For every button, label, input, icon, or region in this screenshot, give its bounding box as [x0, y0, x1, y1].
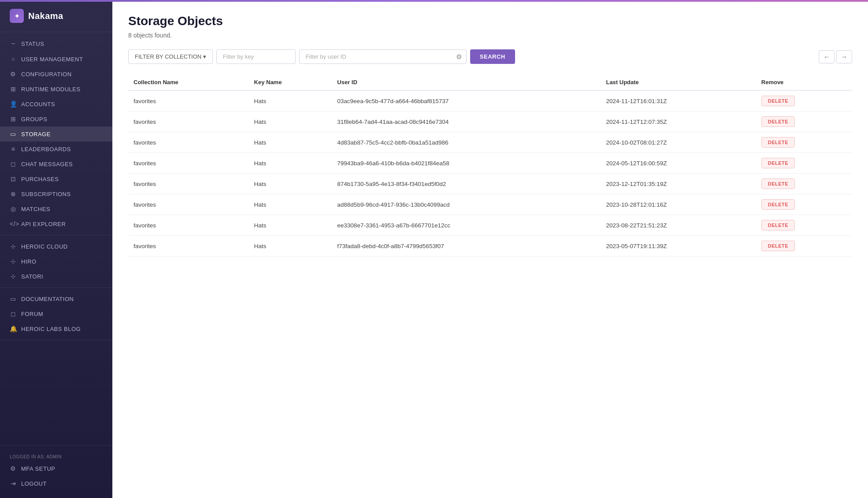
sidebar-item-accounts[interactable]: 👤 ACCOUNTS: [0, 97, 112, 111]
forum-icon: ◻: [10, 310, 17, 317]
cell-delete-7: DELETE: [756, 236, 852, 256]
sidebar-item-label: GROUPS: [21, 116, 47, 123]
cell-collection-6: favorites: [128, 215, 249, 236]
delete-button-1[interactable]: DELETE: [761, 116, 795, 127]
sidebar-item-purchases[interactable]: ⊡ PURCHASES: [0, 171, 112, 186]
sidebar-item-subscriptions[interactable]: ⊗ SUBSCRIPTIONS: [0, 186, 112, 201]
table-row: favorites Hats 03ac9eea-9c5b-477d-a664-4…: [128, 90, 852, 111]
sidebar-item-label: STATUS: [21, 41, 44, 47]
sidebar-item-logout[interactable]: ⇥ LOGOUT: [0, 476, 112, 491]
pagination-controls: ← →: [819, 50, 852, 63]
sidebar-item-heroic-cloud[interactable]: ⊹ HEROIC CLOUD: [0, 239, 112, 254]
sidebar-item-chat-messages[interactable]: ◻ CHAT MESSAGES: [0, 156, 112, 171]
sidebar-item-configuration[interactable]: ⚙ CONFIGURATION: [0, 67, 112, 82]
sidebar-item-label: STORAGE: [21, 131, 51, 138]
docs-icon: ▭: [10, 295, 17, 302]
nav-section-main: ～ STATUS ○ USER MANAGEMENT ⚙ CONFIGURATI…: [0, 32, 112, 235]
logged-in-label: LOGGED IN AS: ADMIN: [0, 451, 112, 461]
objects-found-count: 8 objects found.: [128, 32, 852, 39]
mfa-icon: ⚙: [10, 465, 17, 472]
cell-userid-0: 03ac9eea-9c5b-477d-a664-46bbaf815737: [332, 90, 601, 111]
api-icon: </>: [10, 220, 17, 227]
delete-button-5[interactable]: DELETE: [761, 199, 795, 210]
table-row: favorites Hats 874b1730-5a95-4e13-8f34-f…: [128, 174, 852, 194]
filter-userid-input[interactable]: [300, 50, 452, 63]
table-body: favorites Hats 03ac9eea-9c5b-477d-a664-4…: [128, 90, 852, 256]
col-last-update: Last Update: [601, 74, 756, 90]
col-collection-name: Collection Name: [128, 74, 249, 90]
cell-userid-2: 4d83ab87-75c5-4cc2-bbfb-0ba1a51ad986: [332, 132, 601, 153]
groups-icon: ⊞: [10, 115, 17, 123]
nav-section-cloud: ⊹ HEROIC CLOUD ⊹ HIRO ⊹ SATORI: [0, 235, 112, 288]
sidebar-item-runtime-modules[interactable]: ⊞ RUNTIME MODULES: [0, 82, 112, 97]
delete-button-7[interactable]: DELETE: [761, 241, 795, 251]
purchases-icon: ⊡: [10, 175, 17, 182]
blog-icon: 🔔: [10, 325, 17, 332]
sidebar-item-matches[interactable]: ◎ MATCHES: [0, 201, 112, 216]
cell-delete-6: DELETE: [756, 215, 852, 236]
cell-key-2: Hats: [249, 132, 332, 153]
cell-last-update-1: 2024-11-12T12:07:35Z: [601, 111, 756, 132]
sidebar-item-api-explorer[interactable]: </> API EXPLORER: [0, 216, 112, 231]
sidebar-item-label: SUBSCRIPTIONS: [21, 191, 71, 197]
sidebar-item-label: API EXPLORER: [21, 221, 66, 227]
sidebar-item-label: DOCUMENTATION: [21, 296, 74, 302]
sidebar-item-label: ACCOUNTS: [21, 101, 55, 108]
next-page-button[interactable]: →: [836, 50, 852, 63]
sidebar-item-documentation[interactable]: ▭ DOCUMENTATION: [0, 291, 112, 306]
delete-button-3[interactable]: DELETE: [761, 158, 795, 168]
sidebar-item-label: HEROIC LABS BLOG: [21, 326, 81, 332]
sidebar-item-label: USER MANAGEMENT: [21, 56, 83, 63]
cell-key-3: Hats: [249, 153, 332, 174]
delete-button-4[interactable]: DELETE: [761, 178, 795, 189]
matches-icon: ◎: [10, 205, 17, 212]
accounts-icon: 👤: [10, 100, 17, 108]
cell-key-7: Hats: [249, 236, 332, 256]
prev-page-button[interactable]: ←: [819, 50, 835, 63]
table-row: favorites Hats 4d83ab87-75c5-4cc2-bbfb-0…: [128, 132, 852, 153]
sidebar-item-storage[interactable]: ▭ STORAGE: [0, 126, 112, 141]
sidebar-item-label: LEADERBOARDS: [21, 146, 71, 152]
search-button[interactable]: SEARCH: [470, 49, 515, 64]
cell-userid-6: ee3308e7-3361-4953-a67b-6667701e12cc: [332, 215, 601, 236]
cell-key-4: Hats: [249, 174, 332, 194]
cell-last-update-4: 2023-12-12T01:35:19Z: [601, 174, 756, 194]
sidebar-item-heroic-labs-blog[interactable]: 🔔 HEROIC LABS BLOG: [0, 321, 112, 336]
sidebar-item-hiro[interactable]: ⊹ HIRO: [0, 254, 112, 269]
cell-last-update-7: 2023-05-07T19:11:39Z: [601, 236, 756, 256]
logo-text: Nakama: [28, 11, 63, 21]
cell-userid-1: 31f8eb64-7ad4-41aa-acad-08c9416e7304: [332, 111, 601, 132]
cell-last-update-5: 2023-10-28T12:01:16Z: [601, 194, 756, 215]
delete-button-2[interactable]: DELETE: [761, 137, 795, 148]
sidebar-item-label: MATCHES: [21, 206, 50, 212]
table-row: favorites Hats 31f8eb64-7ad4-41aa-acad-0…: [128, 111, 852, 132]
cell-userid-5: ad88d5b9-96cd-4917-936c-13b0c4099acd: [332, 194, 601, 215]
cell-collection-4: favorites: [128, 174, 249, 194]
gear-button[interactable]: ⚙: [452, 50, 466, 63]
satori-icon: ⊹: [10, 273, 17, 280]
chat-icon: ◻: [10, 160, 17, 167]
filter-bar: FILTER BY COLLECTION ▾ ⚙ SEARCH ← →: [128, 49, 852, 64]
cell-collection-2: favorites: [128, 132, 249, 153]
delete-button-6[interactable]: DELETE: [761, 220, 795, 230]
storage-icon: ▭: [10, 130, 17, 138]
storage-objects-table: Collection Name Key Name User ID Last Up…: [128, 74, 852, 256]
filter-collection-button[interactable]: FILTER BY COLLECTION ▾: [128, 49, 213, 64]
sidebar-item-user-management[interactable]: ○ USER MANAGEMENT: [0, 52, 112, 67]
sidebar-item-satori[interactable]: ⊹ SATORI: [0, 269, 112, 284]
sidebar-item-forum[interactable]: ◻ FORUM: [0, 306, 112, 321]
mfa-label: MFA SETUP: [21, 465, 55, 472]
cell-collection-7: favorites: [128, 236, 249, 256]
cell-collection-1: favorites: [128, 111, 249, 132]
delete-button-0[interactable]: DELETE: [761, 96, 795, 106]
sidebar-item-mfa-setup[interactable]: ⚙ MFA SETUP: [0, 461, 112, 476]
sidebar-item-leaderboards[interactable]: ≡ LEADERBOARDS: [0, 141, 112, 156]
cell-key-1: Hats: [249, 111, 332, 132]
logout-icon: ⇥: [10, 480, 17, 487]
sidebar-item-groups[interactable]: ⊞ GROUPS: [0, 111, 112, 126]
sidebar-item-status[interactable]: ～ STATUS: [0, 36, 112, 52]
sidebar-item-label: CONFIGURATION: [21, 71, 72, 78]
sidebar-logo: ✦ Nakama: [0, 0, 112, 32]
cell-delete-0: DELETE: [756, 90, 852, 111]
filter-key-input[interactable]: [216, 49, 296, 64]
